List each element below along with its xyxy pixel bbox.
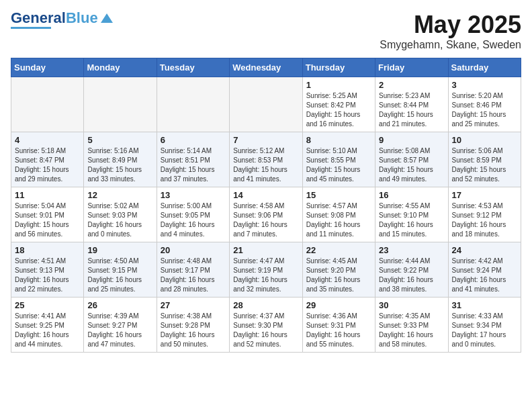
day-info: Sunrise: 4:51 AM Sunset: 9:13 PM Dayligh… <box>15 257 80 294</box>
day-info: Sunrise: 4:38 AM Sunset: 9:28 PM Dayligh… <box>161 312 226 349</box>
calendar-header-row: SundayMondayTuesdayWednesdayThursdayFrid… <box>11 58 521 77</box>
day-info: Sunrise: 4:39 AM Sunset: 9:27 PM Dayligh… <box>87 312 152 349</box>
day-info: Sunrise: 4:47 AM Sunset: 9:19 PM Dayligh… <box>233 257 298 294</box>
day-info: Sunrise: 5:23 AM Sunset: 8:44 PM Dayligh… <box>379 91 444 129</box>
day-number: 19 <box>87 245 152 255</box>
calendar-cell <box>84 77 157 132</box>
day-info: Sunrise: 4:37 AM Sunset: 9:30 PM Dayligh… <box>233 312 298 349</box>
day-info: Sunrise: 5:00 AM Sunset: 9:05 PM Dayligh… <box>161 201 226 239</box>
calendar-cell: 25Sunrise: 4:41 AM Sunset: 9:25 PM Dayli… <box>11 298 84 353</box>
day-number: 23 <box>379 245 444 255</box>
day-info: Sunrise: 5:08 AM Sunset: 8:57 PM Dayligh… <box>379 146 444 184</box>
day-info: Sunrise: 4:36 AM Sunset: 9:31 PM Dayligh… <box>306 312 371 349</box>
day-info: Sunrise: 4:45 AM Sunset: 9:20 PM Dayligh… <box>306 257 371 294</box>
col-header-monday: Monday <box>84 58 157 77</box>
day-number: 12 <box>87 190 152 200</box>
day-number: 29 <box>306 300 371 310</box>
calendar-cell: 11Sunrise: 5:04 AM Sunset: 9:01 PM Dayli… <box>11 187 84 242</box>
day-info: Sunrise: 4:42 AM Sunset: 9:24 PM Dayligh… <box>452 257 517 294</box>
day-info: Sunrise: 5:06 AM Sunset: 8:59 PM Dayligh… <box>452 146 517 184</box>
calendar-cell <box>230 77 302 132</box>
day-number: 8 <box>306 135 371 145</box>
day-info: Sunrise: 4:35 AM Sunset: 9:33 PM Dayligh… <box>379 312 444 349</box>
calendar-cell: 27Sunrise: 4:38 AM Sunset: 9:28 PM Dayli… <box>157 298 229 353</box>
calendar-cell: 23Sunrise: 4:44 AM Sunset: 9:22 PM Dayli… <box>375 242 448 298</box>
day-number: 9 <box>379 135 444 145</box>
col-header-saturday: Saturday <box>448 58 521 77</box>
logo-underline <box>11 27 51 29</box>
day-info: Sunrise: 4:50 AM Sunset: 9:15 PM Dayligh… <box>87 257 152 294</box>
calendar-cell: 3Sunrise: 5:20 AM Sunset: 8:46 PM Daylig… <box>448 77 521 132</box>
day-info: Sunrise: 4:41 AM Sunset: 9:25 PM Dayligh… <box>15 312 80 349</box>
col-header-thursday: Thursday <box>302 58 375 77</box>
calendar-cell: 14Sunrise: 4:58 AM Sunset: 9:06 PM Dayli… <box>230 187 302 242</box>
calendar-cell: 9Sunrise: 5:08 AM Sunset: 8:57 PM Daylig… <box>375 132 448 187</box>
calendar-week-2: 4Sunrise: 5:18 AM Sunset: 8:47 PM Daylig… <box>11 132 521 187</box>
calendar-cell: 2Sunrise: 5:23 AM Sunset: 8:44 PM Daylig… <box>375 77 448 132</box>
day-number: 5 <box>87 135 152 145</box>
day-info: Sunrise: 5:02 AM Sunset: 9:03 PM Dayligh… <box>87 201 152 239</box>
calendar-cell: 4Sunrise: 5:18 AM Sunset: 8:47 PM Daylig… <box>11 132 84 187</box>
calendar-cell: 12Sunrise: 5:02 AM Sunset: 9:03 PM Dayli… <box>84 187 157 242</box>
col-header-wednesday: Wednesday <box>230 58 302 77</box>
day-number: 3 <box>452 80 517 90</box>
calendar-cell: 29Sunrise: 4:36 AM Sunset: 9:31 PM Dayli… <box>302 298 375 353</box>
calendar-table: SundayMondayTuesdayWednesdayThursdayFrid… <box>11 58 521 353</box>
calendar-week-3: 11Sunrise: 5:04 AM Sunset: 9:01 PM Dayli… <box>11 187 521 242</box>
svg-marker-0 <box>101 13 113 23</box>
day-info: Sunrise: 5:25 AM Sunset: 8:42 PM Dayligh… <box>306 91 371 129</box>
calendar-cell: 5Sunrise: 5:16 AM Sunset: 8:49 PM Daylig… <box>84 132 157 187</box>
calendar-cell: 30Sunrise: 4:35 AM Sunset: 9:33 PM Dayli… <box>375 298 448 353</box>
day-info: Sunrise: 5:14 AM Sunset: 8:51 PM Dayligh… <box>161 146 226 184</box>
day-number: 25 <box>15 300 80 310</box>
day-info: Sunrise: 4:44 AM Sunset: 9:22 PM Dayligh… <box>379 257 444 294</box>
calendar-week-4: 18Sunrise: 4:51 AM Sunset: 9:13 PM Dayli… <box>11 242 521 298</box>
day-number: 17 <box>452 190 517 200</box>
calendar-cell: 15Sunrise: 4:57 AM Sunset: 9:08 PM Dayli… <box>302 187 375 242</box>
day-number: 6 <box>161 135 226 145</box>
calendar-cell: 26Sunrise: 4:39 AM Sunset: 9:27 PM Dayli… <box>84 298 157 353</box>
day-number: 1 <box>306 80 371 90</box>
day-number: 22 <box>306 245 371 255</box>
day-info: Sunrise: 4:57 AM Sunset: 9:08 PM Dayligh… <box>306 201 371 239</box>
logo-icon <box>99 11 114 26</box>
day-number: 11 <box>15 190 80 200</box>
day-number: 26 <box>87 300 152 310</box>
day-number: 16 <box>379 190 444 200</box>
month-title: May 2025 <box>380 11 521 39</box>
calendar-cell: 24Sunrise: 4:42 AM Sunset: 9:24 PM Dayli… <box>448 242 521 298</box>
day-number: 20 <box>161 245 226 255</box>
calendar-cell <box>157 77 229 132</box>
calendar-cell: 28Sunrise: 4:37 AM Sunset: 9:30 PM Dayli… <box>230 298 302 353</box>
calendar-cell: 22Sunrise: 4:45 AM Sunset: 9:20 PM Dayli… <box>302 242 375 298</box>
calendar-cell: 10Sunrise: 5:06 AM Sunset: 8:59 PM Dayli… <box>448 132 521 187</box>
col-header-friday: Friday <box>375 58 448 77</box>
day-number: 18 <box>15 245 80 255</box>
day-info: Sunrise: 4:33 AM Sunset: 9:34 PM Dayligh… <box>452 312 517 349</box>
calendar-cell: 13Sunrise: 5:00 AM Sunset: 9:05 PM Dayli… <box>157 187 229 242</box>
calendar-week-1: 1Sunrise: 5:25 AM Sunset: 8:42 PM Daylig… <box>11 77 521 132</box>
day-number: 24 <box>452 245 517 255</box>
col-header-sunday: Sunday <box>11 58 84 77</box>
day-number: 2 <box>379 80 444 90</box>
logo-text: GeneralBlue <box>11 11 98 26</box>
day-info: Sunrise: 4:53 AM Sunset: 9:12 PM Dayligh… <box>452 201 517 239</box>
day-info: Sunrise: 5:16 AM Sunset: 8:49 PM Dayligh… <box>87 146 152 184</box>
day-info: Sunrise: 5:18 AM Sunset: 8:47 PM Dayligh… <box>15 146 80 184</box>
day-number: 15 <box>306 190 371 200</box>
calendar-cell: 21Sunrise: 4:47 AM Sunset: 9:19 PM Dayli… <box>230 242 302 298</box>
col-header-tuesday: Tuesday <box>157 58 229 77</box>
day-info: Sunrise: 5:04 AM Sunset: 9:01 PM Dayligh… <box>15 201 80 239</box>
page-header: GeneralBlue May 2025 Smygehamn, Skane, S… <box>11 11 521 51</box>
calendar-cell: 16Sunrise: 4:55 AM Sunset: 9:10 PM Dayli… <box>375 187 448 242</box>
day-number: 31 <box>452 300 517 310</box>
location-subtitle: Smygehamn, Skane, Sweden <box>380 39 521 51</box>
logo: GeneralBlue <box>11 11 114 29</box>
day-number: 28 <box>233 300 298 310</box>
calendar-cell: 19Sunrise: 4:50 AM Sunset: 9:15 PM Dayli… <box>84 242 157 298</box>
day-number: 13 <box>161 190 226 200</box>
day-number: 30 <box>379 300 444 310</box>
day-info: Sunrise: 4:48 AM Sunset: 9:17 PM Dayligh… <box>161 257 226 294</box>
calendar-cell <box>11 77 84 132</box>
day-info: Sunrise: 5:10 AM Sunset: 8:55 PM Dayligh… <box>306 146 371 184</box>
